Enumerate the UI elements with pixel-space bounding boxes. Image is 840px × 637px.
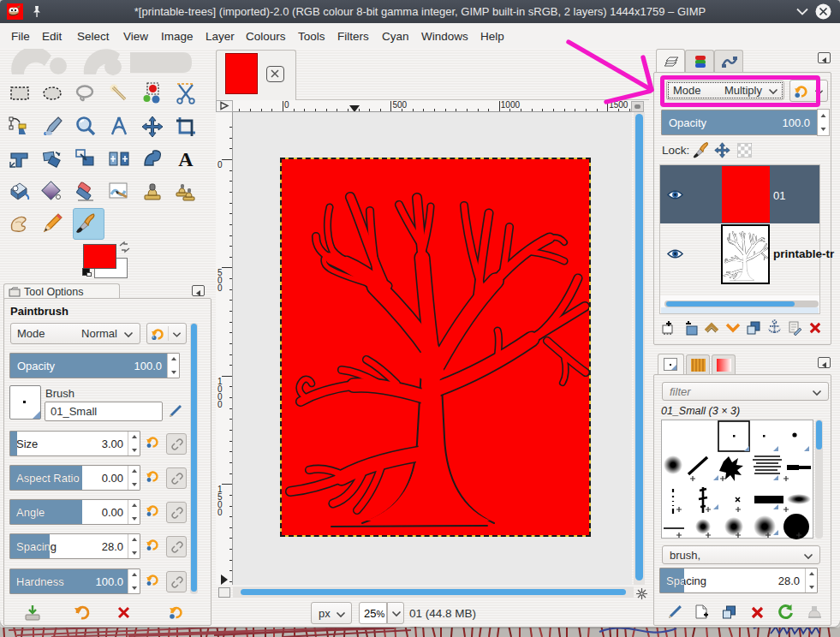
- svg-text:A: A: [178, 148, 194, 170]
